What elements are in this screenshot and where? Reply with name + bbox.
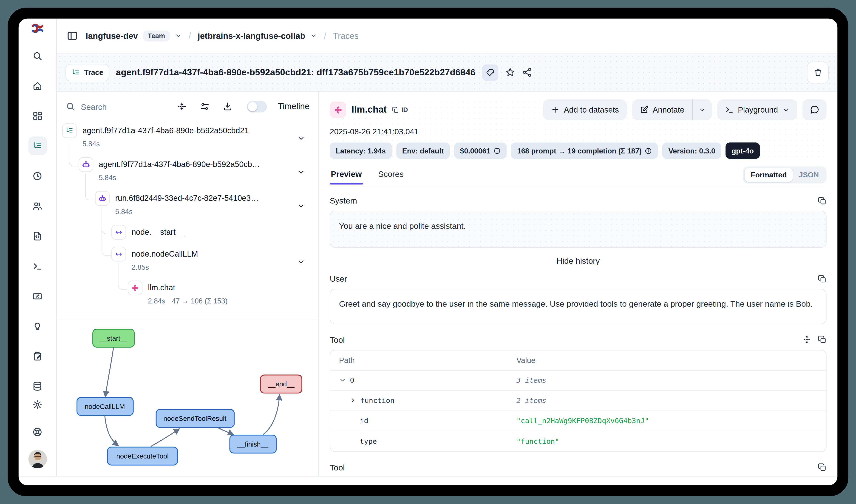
- tree-row-agent[interactable]: agent.f9f77d1a-437f-4ba6-890e-b592a50cb……: [62, 157, 313, 182]
- format-toggle-formatted[interactable]: Formatted: [745, 168, 793, 182]
- observation-tree: agent.f9f77d1a-437f-4ba6-890e-b592a50cbd…: [57, 121, 318, 317]
- graph-node-end[interactable]: __end__: [260, 375, 302, 393]
- json-table-header: Path Value: [331, 350, 826, 370]
- copy-icon[interactable]: [818, 463, 826, 472]
- chevron-down-icon[interactable]: [310, 32, 317, 39]
- delete-trace-button[interactable]: [807, 61, 829, 83]
- users-icon: [32, 200, 42, 211]
- observation-detail-panel: llm.chat ID Add to datasets: [319, 92, 837, 476]
- sidebar-item-prompts[interactable]: [28, 227, 47, 245]
- format-toggle-json[interactable]: JSON: [793, 168, 825, 182]
- add-to-datasets-button[interactable]: Add to datasets: [543, 99, 626, 120]
- tree-row-duration: 5.84s: [83, 140, 100, 148]
- hide-history-button[interactable]: Hide history: [330, 256, 826, 265]
- copy-id-button[interactable]: ID: [392, 106, 408, 113]
- favorite-star-icon[interactable]: [505, 67, 515, 77]
- user-avatar[interactable]: [28, 450, 47, 468]
- list-tree-icon: [71, 68, 80, 77]
- sidebar-item-playground[interactable]: [28, 257, 47, 275]
- svg-text:nodeExecuteTool: nodeExecuteTool: [116, 452, 168, 460]
- user-message-text: Greet and say goodbye to the user in the…: [339, 299, 813, 308]
- version-badge: Version: 0.3.0: [662, 142, 721, 159]
- view-options-icon[interactable]: [200, 102, 210, 111]
- sidebar-item-insights[interactable]: [28, 317, 47, 335]
- id-chip-label: ID: [402, 106, 408, 113]
- trace-header-bar: Trace agent.f9f77d1a-437f-4ba6-890e-b592…: [57, 54, 837, 92]
- tree-row-llm-chat[interactable]: llm.chat 2.84s47 → 106 (Σ 153): [62, 281, 313, 305]
- annotate-dropdown-button[interactable]: [693, 99, 712, 120]
- copy-icon[interactable]: [818, 274, 826, 283]
- expand-vertical-icon[interactable]: [802, 335, 811, 344]
- breadcrumb-project[interactable]: jetbrains-x-langfuse-collab: [198, 31, 305, 41]
- comment-button[interactable]: [802, 99, 826, 120]
- chevron-right-icon[interactable]: [350, 397, 357, 404]
- sidebar-item-evals[interactable]: [28, 287, 47, 305]
- clipboard-pen-icon: [32, 351, 42, 361]
- chevron-down-icon[interactable]: [297, 202, 305, 210]
- copy-icon[interactable]: [818, 196, 826, 205]
- sidebar-item-settings[interactable]: [28, 395, 47, 414]
- sidebar-item-home[interactable]: [28, 76, 47, 95]
- json-row-type: type "function": [331, 431, 826, 451]
- graph-node-sendtoolresult[interactable]: nodeSendToolResult: [156, 409, 234, 427]
- app-logo[interactable]: [19, 19, 56, 38]
- cost-badge[interactable]: $0.00061: [454, 142, 506, 159]
- app-window-frame: langfuse-dev Team / jetbrains-x-langfuse…: [7, 7, 848, 496]
- sidebar-item-dashboards[interactable]: [28, 106, 47, 125]
- json-row-id: id "call_n2HaWg9KFP0BZDqXv6G4b3nJ": [331, 411, 826, 431]
- knot-logo-icon: [30, 21, 44, 35]
- trace-type-badge: Trace: [66, 64, 109, 81]
- copy-icon[interactable]: [818, 335, 826, 344]
- tree-row-run[interactable]: run.6f8d2449-33ed-4c7c-82e7-5410e3… 5.84…: [62, 191, 313, 216]
- chevron-down-icon[interactable]: [297, 134, 305, 143]
- annotate-button[interactable]: Annotate: [632, 99, 692, 120]
- clock-icon: [32, 171, 42, 181]
- trace-badge-label: Trace: [84, 68, 103, 76]
- playground-label: Playground: [738, 105, 778, 114]
- json-row-function[interactable]: function 2 items: [331, 391, 826, 411]
- graph-node-callllm[interactable]: nodeCallLLM: [77, 397, 133, 415]
- chevron-down-icon[interactable]: [339, 377, 346, 384]
- sidebar-item-support[interactable]: [28, 422, 47, 441]
- tree-row-node-start[interactable]: node.__start__: [62, 225, 313, 239]
- graph-node-start[interactable]: __start__: [93, 329, 135, 347]
- timeline-label: Timeline: [278, 102, 310, 111]
- tab-preview[interactable]: Preview: [330, 169, 363, 184]
- chevron-down-icon[interactable]: [297, 258, 305, 266]
- tokens-badge[interactable]: 168 prompt → 19 completion (Σ 187): [511, 142, 658, 159]
- timeline-toggle[interactable]: [247, 101, 267, 112]
- sidebar-item-annotation[interactable]: [28, 347, 47, 365]
- sidebar-item-search[interactable]: [28, 47, 47, 65]
- sidebar-item-datasets[interactable]: [28, 377, 47, 395]
- breadcrumb-org[interactable]: langfuse-dev: [86, 31, 138, 41]
- json-row-0[interactable]: 0 3 items: [331, 370, 826, 391]
- tool2-section-header: Tool: [330, 463, 826, 472]
- collapse-all-icon[interactable]: [177, 102, 187, 111]
- share-icon[interactable]: [522, 67, 532, 77]
- system-message-box: You are a nice and polite assistant.: [330, 211, 826, 248]
- graph-node-finish[interactable]: __finish__: [230, 435, 276, 453]
- tree-row-node-callllm[interactable]: node.nodeCallLLM 2.85s: [62, 247, 313, 271]
- sidebar-item-users[interactable]: [28, 196, 47, 215]
- download-icon[interactable]: [223, 102, 233, 111]
- panel-toggle-icon[interactable]: [67, 30, 78, 41]
- search-input[interactable]: [81, 102, 164, 111]
- breadcrumb-section[interactable]: Traces: [333, 31, 359, 41]
- sidebar-item-tracing[interactable]: [28, 137, 47, 155]
- chevron-down-icon[interactable]: [297, 168, 305, 176]
- tree-row-trace[interactable]: agent.f9f77d1a-437f-4ba6-890e-b592a50cbd…: [62, 123, 313, 148]
- graph-node-executetool[interactable]: nodeExecuteTool: [108, 447, 177, 465]
- model-badge[interactable]: gpt-4o: [726, 142, 760, 159]
- playground-button[interactable]: Playground: [717, 99, 797, 120]
- sidebar-item-sessions[interactable]: [28, 166, 47, 185]
- tab-scores[interactable]: Scores: [377, 169, 405, 184]
- toggle-knob: [248, 102, 257, 111]
- chevron-down-icon: [699, 106, 706, 113]
- user-section-title: User: [330, 274, 347, 283]
- annotate-label: Annotate: [653, 105, 684, 114]
- chevron-down-icon[interactable]: [175, 32, 182, 39]
- tag-button[interactable]: [482, 64, 498, 80]
- latency-badge: Latency: 1.94s: [330, 142, 392, 159]
- env-badge: Env: default: [396, 142, 450, 159]
- info-icon: [645, 147, 652, 154]
